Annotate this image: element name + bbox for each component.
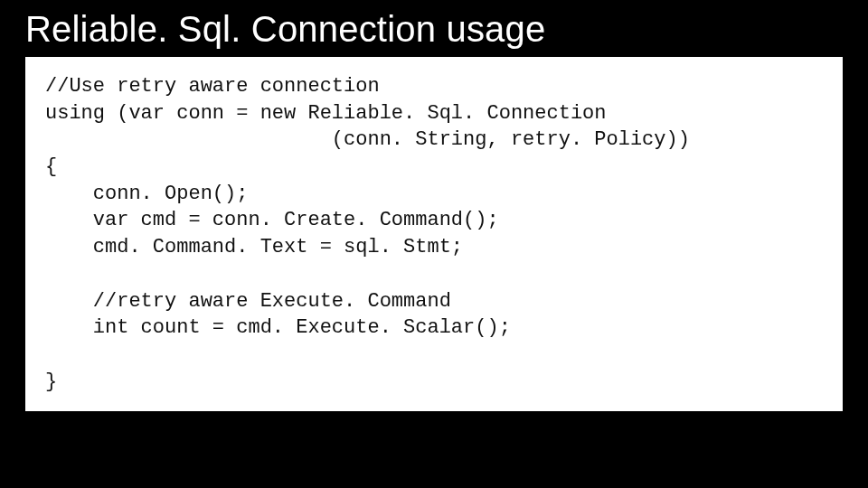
slide-title: Reliable. Sql. Connection usage [25, 9, 843, 50]
code-block: //Use retry aware connection using (var … [45, 73, 823, 395]
code-panel: //Use retry aware connection using (var … [25, 57, 843, 411]
slide: Reliable. Sql. Connection usage //Use re… [0, 0, 868, 488]
